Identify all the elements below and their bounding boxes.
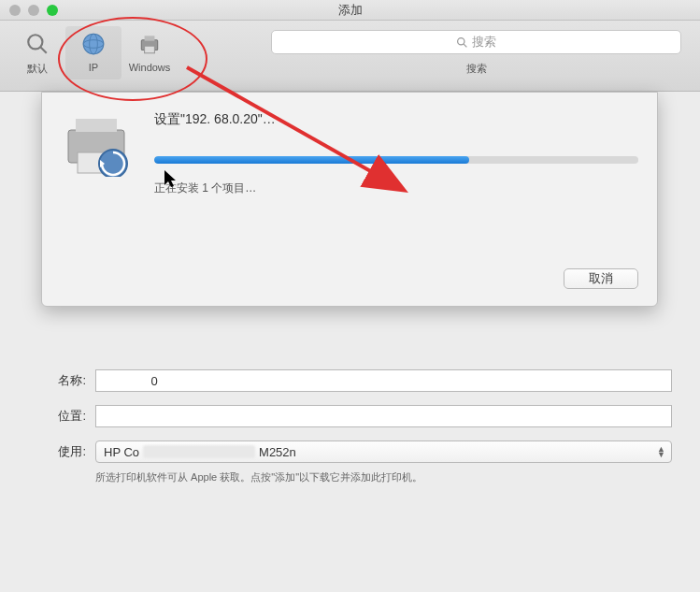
tab-ip[interactable]: IP (65, 26, 121, 79)
chevron-updown-icon: ▲▼ (657, 446, 665, 457)
progress-sheet: 设置"192. 68.0.20"… 正在安装 1 个项目… 取消 (41, 92, 658, 307)
progress-bar (154, 156, 638, 164)
install-status: 正在安装 1 个项目… (154, 180, 638, 196)
name-label: 名称: (28, 372, 86, 389)
tab-ip-label: IP (89, 62, 98, 73)
search-placeholder: 搜索 (472, 34, 496, 51)
tab-default[interactable]: 默认 (9, 26, 65, 79)
printer-form: 名称: 位置: 使用: HP Co M252n ▲▼ 所选打印机软件可从 App… (28, 369, 672, 484)
maximize-window-button[interactable] (47, 5, 58, 16)
globe-icon (79, 30, 107, 58)
driver-select[interactable]: HP Co M252n ▲▼ (95, 440, 672, 463)
svg-line-1 (40, 47, 47, 53)
svg-point-8 (458, 37, 464, 44)
toolbar: 默认 IP Windows (0, 21, 700, 92)
svg-rect-7 (145, 46, 155, 53)
driver-help-text: 所选打印机软件可从 Apple 获取。点按"添加"以下载它并添加此打印机。 (95, 470, 672, 484)
svg-rect-14 (76, 119, 117, 132)
tab-windows[interactable]: Windows (121, 26, 178, 79)
search-icon (456, 36, 468, 49)
location-label: 位置: (28, 408, 86, 425)
name-field[interactable] (95, 369, 672, 392)
use-label: 使用: (28, 443, 86, 460)
svg-rect-6 (145, 36, 155, 40)
printer-icon (136, 30, 164, 58)
magnifier-icon (23, 30, 51, 58)
tab-default-label: 默认 (27, 62, 48, 76)
search-caption: 搜索 (466, 62, 487, 76)
progress-fill (154, 156, 469, 164)
svg-point-2 (83, 34, 104, 54)
close-window-button[interactable] (9, 5, 21, 16)
setup-title: 设置"192. 68.0.20"… (154, 111, 638, 128)
search-input[interactable]: 搜索 (271, 30, 681, 54)
location-field[interactable] (95, 405, 672, 427)
minimize-window-button[interactable] (28, 5, 39, 16)
printer-art-icon (61, 111, 136, 177)
svg-point-0 (28, 35, 42, 49)
tab-windows-label: Windows (129, 62, 171, 73)
cancel-button[interactable]: 取消 (564, 268, 638, 289)
svg-line-9 (464, 44, 466, 47)
window-title: 添加 (338, 2, 363, 19)
